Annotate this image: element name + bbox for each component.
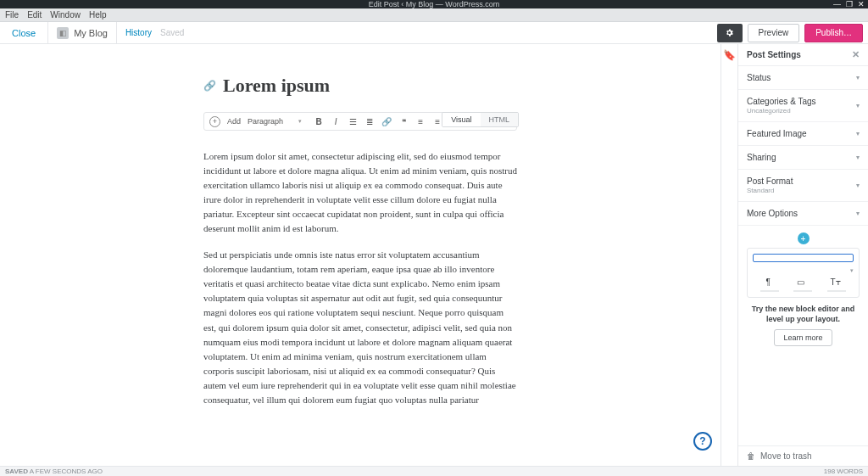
sidebar-title: Post Settings bbox=[747, 50, 801, 59]
publish-button[interactable]: Publish… bbox=[804, 24, 863, 42]
chevron-down-icon: ▾ bbox=[856, 102, 860, 109]
post-title-input[interactable]: Lorem ipsum bbox=[223, 75, 330, 97]
window-minimize-icon[interactable]: — bbox=[833, 0, 841, 8]
menu-window[interactable]: Window bbox=[50, 10, 81, 20]
bold-icon[interactable]: B bbox=[314, 117, 324, 126]
promo-input-mock bbox=[753, 254, 854, 262]
menu-help[interactable]: Help bbox=[89, 10, 107, 20]
app-menubar: File Edit Window Help bbox=[0, 8, 868, 22]
menu-edit[interactable]: Edit bbox=[27, 10, 42, 20]
promo-text: Try the new block editor and level up yo… bbox=[747, 305, 860, 324]
sidebar-item-label: Status bbox=[747, 73, 771, 82]
content-paragraph[interactable]: Sed ut perspiciatis unde omnis iste natu… bbox=[203, 248, 517, 407]
block-editor-promo: + ▾ ¶ ▭ Tᴛ Try the new block editor and … bbox=[738, 226, 868, 356]
learn-more-button[interactable]: Learn more bbox=[774, 329, 832, 346]
promo-add-icon: + bbox=[798, 232, 810, 244]
quote-icon[interactable]: ❝ bbox=[398, 117, 409, 126]
sidebar-item-status[interactable]: Status ▾ bbox=[738, 66, 868, 90]
chevron-down-icon: ▾ bbox=[856, 154, 860, 161]
image-icon: ▭ bbox=[797, 277, 804, 287]
tab-html[interactable]: HTML bbox=[481, 113, 519, 126]
post-settings-sidebar: Post Settings ✕ Status ▾ Categories & Ta… bbox=[737, 44, 868, 466]
status-saved: SAVED bbox=[5, 468, 28, 475]
text-icon: Tᴛ bbox=[830, 277, 840, 287]
editor-pane: 🔗 Lorem ipsum Visual HTML + Add Paragrap… bbox=[0, 44, 721, 466]
gear-icon bbox=[725, 28, 734, 37]
move-to-trash-button[interactable]: 🗑 Move to trash bbox=[738, 445, 868, 466]
editor-mode-tabs: Visual HTML bbox=[442, 112, 519, 127]
window-titlebar: Edit Post ‹ My Blog — WordPress.com — ❐ … bbox=[0, 0, 868, 8]
editor-toolbar: Close ◧ My Blog History Saved Preview Pu… bbox=[0, 22, 868, 44]
sidebar-item-label: More Options bbox=[747, 209, 798, 218]
preview-button[interactable]: Preview bbox=[748, 24, 800, 42]
sidebar-item-label: Featured Image bbox=[747, 129, 807, 138]
sidebar-strip: 🔖 bbox=[721, 44, 737, 466]
window-close-icon[interactable]: ✕ bbox=[858, 0, 865, 8]
word-count: 198 WORDS bbox=[824, 468, 863, 475]
tab-visual[interactable]: Visual bbox=[442, 113, 480, 126]
add-block-button[interactable]: + bbox=[209, 116, 220, 127]
status-bar: SAVED A FEW SECONDS AGO 198 WORDS bbox=[0, 466, 868, 476]
site-name: My Blog bbox=[74, 28, 108, 38]
post-content[interactable]: Lorem ipsum dolor sit amet, consectetur … bbox=[203, 149, 517, 407]
sidebar-item-sublabel: Uncategorized bbox=[747, 107, 816, 115]
sidebar-item-label: Categories & Tags bbox=[747, 97, 816, 106]
status-time: A FEW SECONDS AGO bbox=[28, 468, 103, 475]
sidebar-item-post-format[interactable]: Post Format Standard ▾ bbox=[738, 170, 868, 202]
numbered-list-icon[interactable]: ≣ bbox=[364, 117, 375, 126]
bookmark-icon[interactable]: 🔖 bbox=[723, 49, 736, 61]
menu-file[interactable]: File bbox=[5, 10, 19, 20]
content-paragraph[interactable]: Lorem ipsum dolor sit amet, consectetur … bbox=[203, 149, 517, 236]
block-type-select[interactable]: Paragraph bbox=[248, 117, 302, 126]
chevron-down-icon: ▾ bbox=[856, 210, 860, 217]
history-link[interactable]: History bbox=[117, 28, 160, 37]
sidebar-item-sublabel: Standard bbox=[747, 187, 793, 194]
sidebar-item-featured-image[interactable]: Featured Image ▾ bbox=[738, 122, 868, 146]
promo-preview-card: ▾ ¶ ▭ Tᴛ bbox=[747, 248, 860, 298]
sidebar-item-categories[interactable]: Categories & Tags Uncategorized ▾ bbox=[738, 90, 868, 122]
link-icon[interactable]: 🔗 bbox=[381, 117, 392, 126]
window-title: Edit Post ‹ My Blog — WordPress.com bbox=[369, 0, 499, 8]
close-sidebar-icon[interactable]: ✕ bbox=[852, 49, 860, 60]
chevron-down-icon: ▾ bbox=[856, 182, 860, 189]
chevron-down-icon: ▾ bbox=[856, 130, 860, 137]
sidebar-item-more-options[interactable]: More Options ▾ bbox=[738, 202, 868, 226]
italic-icon[interactable]: I bbox=[331, 117, 341, 126]
align-left-icon[interactable]: ≡ bbox=[415, 117, 426, 126]
site-icon: ◧ bbox=[57, 27, 69, 39]
pilcrow-icon: ¶ bbox=[765, 277, 770, 287]
saved-indicator: Saved bbox=[160, 28, 184, 37]
add-block-label: Add bbox=[227, 117, 241, 126]
sidebar-header: Post Settings ✕ bbox=[738, 44, 868, 66]
chevron-down-icon: ▾ bbox=[856, 74, 860, 81]
sidebar-item-sharing[interactable]: Sharing ▾ bbox=[738, 146, 868, 170]
site-switcher[interactable]: ◧ My Blog bbox=[48, 27, 116, 39]
bullet-list-icon[interactable]: ☰ bbox=[348, 117, 358, 126]
permalink-icon[interactable]: 🔗 bbox=[203, 80, 216, 92]
sidebar-item-label: Sharing bbox=[747, 153, 776, 162]
help-button[interactable]: ? bbox=[693, 432, 712, 451]
trash-label: Move to trash bbox=[760, 451, 812, 461]
settings-button[interactable] bbox=[717, 24, 743, 42]
trash-icon: 🗑 bbox=[747, 451, 755, 461]
close-button[interactable]: Close bbox=[0, 28, 47, 38]
sidebar-item-label: Post Format bbox=[747, 176, 793, 186]
window-maximize-icon[interactable]: ❐ bbox=[846, 0, 853, 8]
chevron-down-icon: ▾ bbox=[753, 267, 854, 274]
